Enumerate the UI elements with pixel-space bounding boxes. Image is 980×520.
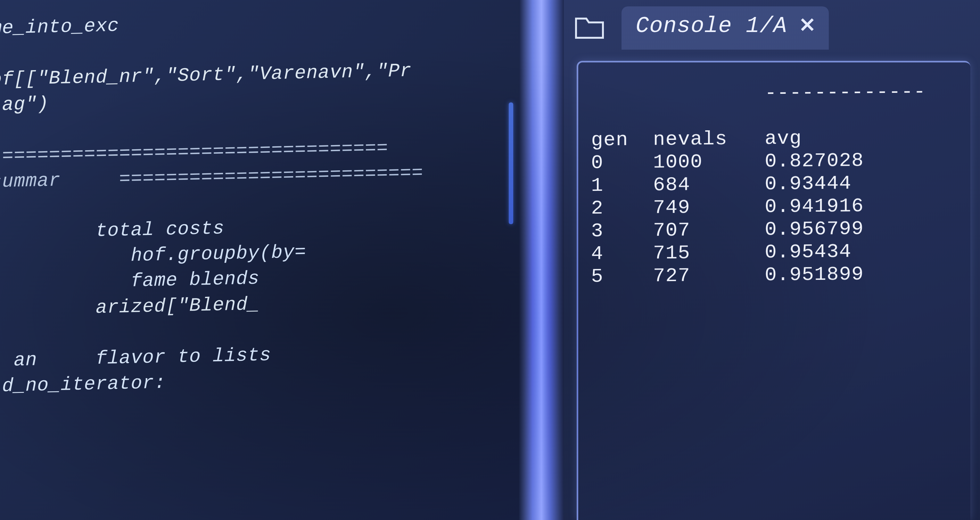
code-line: fame blends [0,268,259,295]
console-pane: Console 1/A ------------- gen nevals avg… [564,0,980,520]
code-line: me_into_exc [0,15,119,40]
code-line: an flavor to lists [0,344,271,372]
editor-content[interactable]: me_into_exc of[["Blend_nr","Sort","Varen… [0,0,423,425]
code-line: of[["Blend_nr","Sort","Varenavn","Pr [0,60,412,90]
close-icon[interactable] [800,13,815,39]
console-tab[interactable]: Console 1/A [622,6,829,50]
code-line: d_no_iterator: [0,373,166,397]
code-line: lag") [0,94,49,116]
editor-pane[interactable]: me_into_exc of[["Blend_nr","Sort","Varen… [0,0,519,520]
pane-divider[interactable] [519,0,564,520]
code-line: total costs [0,218,224,244]
console-output[interactable]: ------------- gen nevals avg 0 1000 0.82… [591,80,970,288]
code-line: ================================= [0,137,388,167]
code-line: arized["Blend_ [0,293,259,320]
console-tabbar: Console 1/A [573,6,970,51]
folder-icon[interactable] [573,13,606,43]
console-frame: ------------- gen nevals avg 0 1000 0.82… [577,61,970,520]
code-line: hof.groupby(by= [0,241,306,269]
editor-scrollbar[interactable] [509,103,513,224]
code-line: summar ========================== [0,162,423,193]
console-tab-label: Console 1/A [636,13,787,39]
